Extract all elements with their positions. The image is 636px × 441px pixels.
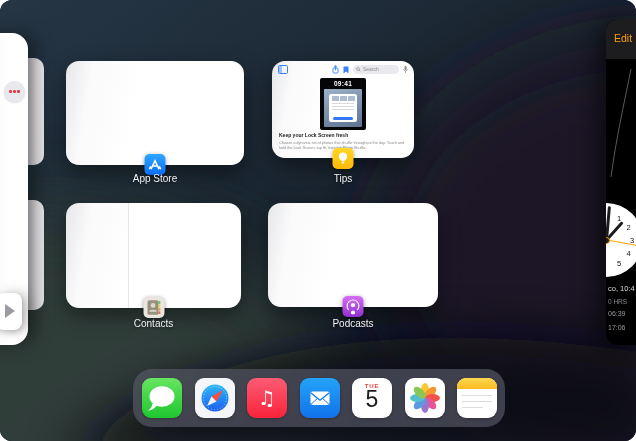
app-card-label: Podcasts (268, 318, 438, 329)
dial-number: 4 (626, 249, 630, 258)
app-store-card[interactable] (66, 61, 244, 165)
search-icon (356, 67, 361, 72)
app-store-icon (145, 154, 166, 175)
tips-toolbar: Search (272, 61, 414, 75)
tips-card[interactable]: Search 09:41 Keep your Lock Screen fresh… (272, 61, 414, 158)
ellipsis-icon (9, 90, 12, 93)
large-dial-arc (606, 59, 636, 199)
app-card-label: Tips (272, 173, 414, 184)
sunrise-time: 06:39 (608, 310, 626, 317)
notes-yellow-band (457, 378, 497, 389)
ellipsis-icon (13, 90, 16, 93)
preview-status-time: 09:41 (320, 80, 366, 87)
lock-screen-preview: 09:41 (320, 78, 366, 130)
search-field: Search (353, 65, 399, 74)
share-icon (332, 65, 339, 74)
clock-app-card[interactable]: Edit 1 2 3 4 5 co, 10:4 0 HRS 06:39 17:0… (606, 19, 636, 345)
clock-nav-bar: Edit (606, 19, 636, 60)
mail-icon[interactable] (300, 378, 340, 418)
dial-number: 5 (617, 258, 621, 267)
clock-center-cap (606, 237, 610, 244)
sidebar-toggle-icon (278, 65, 288, 74)
bookmark-icon (343, 66, 349, 74)
messages-icon[interactable] (142, 378, 182, 418)
podcasts-card[interactable] (268, 203, 438, 307)
time-offset-label: 0 HRS (608, 298, 627, 305)
ellipsis-icon (17, 90, 20, 93)
split-view-divider (128, 203, 129, 308)
play-arrow-icon (5, 304, 15, 318)
search-placeholder: Search (363, 67, 379, 72)
expand-arrow-button[interactable] (0, 293, 22, 330)
left-app-card[interactable] (0, 33, 28, 345)
music-icon[interactable]: ♫ (247, 378, 287, 418)
tips-icon (333, 148, 354, 169)
app-card-label: App Store (66, 173, 244, 184)
city-time-label: co, 10:4 (608, 284, 635, 293)
ipad-app-switcher: App Store Search 09:41 (0, 0, 636, 441)
app-card-label: Contacts (66, 318, 241, 329)
contacts-card[interactable] (66, 203, 241, 308)
safari-icon[interactable] (195, 378, 235, 418)
contacts-icon (143, 297, 164, 318)
calendar-icon[interactable]: TUE 5 (352, 378, 392, 418)
dock: ♫ TUE 5 (133, 369, 505, 427)
music-note-glyph: ♫ (258, 388, 276, 408)
sunset-time: 17:06 (608, 324, 626, 331)
podcasts-icon (343, 296, 364, 317)
edit-button: Edit (614, 32, 632, 44)
mic-icon (403, 66, 408, 74)
wallpaper-picker-sheet (329, 94, 357, 122)
photos-icon[interactable] (405, 378, 445, 418)
notes-icon[interactable] (457, 378, 497, 418)
calendar-day: 5 (352, 388, 392, 411)
tip-headline: Keep your Lock Screen fresh (279, 132, 348, 138)
analog-clock-face: 1 2 3 4 5 (606, 203, 636, 277)
dial-number: 2 (626, 223, 630, 232)
lock-wallpaper-photo (324, 89, 362, 127)
more-options-button[interactable] (4, 81, 25, 102)
blue-button (333, 117, 353, 121)
